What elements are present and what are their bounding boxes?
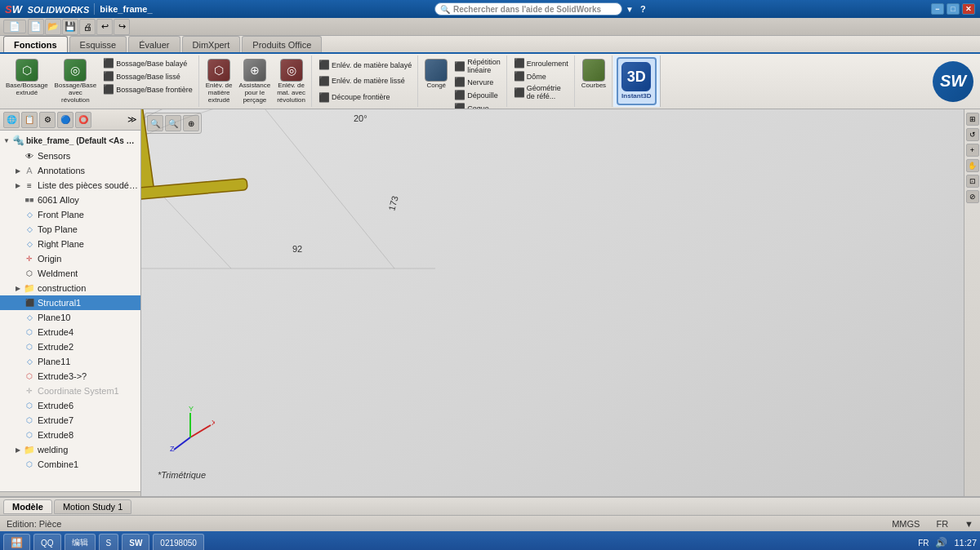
tree-item-structural[interactable]: ⬛ Structural1 bbox=[0, 295, 140, 310]
view-pan-button[interactable]: ✋ bbox=[966, 159, 979, 172]
tree-item-weldment[interactable]: ⬡ Weldment bbox=[0, 266, 140, 281]
bossage-frontiere-button[interactable]: ⬛Bossage/Base frontière bbox=[100, 83, 195, 95]
enlev-lisse-button[interactable]: ⬛Enlév. de matière lissé bbox=[316, 75, 414, 87]
enlev-balaye-button[interactable]: ⬛Enlév. de matière balayé bbox=[316, 59, 414, 71]
tree-item-alloy[interactable]: ■■ 6061 Alloy bbox=[0, 193, 140, 207]
tab-produits[interactable]: Produits Office bbox=[242, 36, 322, 52]
tree-item-extrude7[interactable]: ⬡ Extrude7 bbox=[0, 413, 140, 428]
tree-item-plane11[interactable]: ◇ Plane11 bbox=[0, 354, 140, 369]
extrude6-label: Extrude6 bbox=[38, 401, 74, 410]
tab-dimxpert[interactable]: DimXpert bbox=[182, 36, 241, 52]
tree-item-annotations[interactable]: ▶ A Annotations bbox=[0, 163, 140, 178]
tab-modele[interactable]: Modèle bbox=[3, 499, 52, 514]
taskbar-label-3: S bbox=[106, 539, 112, 548]
taskbar-item-1[interactable]: QQ bbox=[33, 534, 61, 550]
tree-item-extrude4[interactable]: ⬡ Extrude4 bbox=[0, 325, 140, 339]
repetition-button[interactable]: ⬛Répétitionlinéaire bbox=[452, 57, 503, 75]
print-button[interactable]: 🖨 bbox=[79, 19, 96, 35]
view-fit-button[interactable]: ⊡ bbox=[966, 175, 979, 188]
conge-button[interactable]: Congé bbox=[422, 57, 450, 109]
sidebar-resize-handle[interactable] bbox=[0, 491, 140, 496]
tab-esquisse[interactable]: Esquisse bbox=[69, 36, 127, 52]
taskbar-start[interactable]: 🪟 bbox=[3, 534, 30, 550]
enlev-revolution-button[interactable]: ◎ Enlév. demat. avecrévolution bbox=[274, 57, 308, 105]
new-button[interactable]: 📄 bbox=[28, 19, 44, 35]
taskbar-item-2[interactable]: 编辑 bbox=[65, 534, 96, 550]
redo-button[interactable]: ↪ bbox=[114, 19, 130, 35]
sidebar-tool-2[interactable]: 📋 bbox=[21, 112, 38, 128]
search-input[interactable]: 🔍 Rechercher dans l'aide de SolidWorks bbox=[434, 2, 622, 16]
tree-item-extrude6[interactable]: ⬡ Extrude6 bbox=[0, 398, 140, 413]
view-section-button[interactable]: ⊘ bbox=[966, 190, 979, 203]
geometrie-button[interactable]: ⬛Géométriede réfé... bbox=[511, 83, 571, 101]
sidebar-tool-4[interactable]: 🔵 bbox=[57, 112, 74, 128]
taskbar-lang: FR bbox=[918, 539, 929, 548]
ribbon-section-enlev: ⬡ Enlév. dematièreextrudé ⊕ Assistancepo… bbox=[200, 55, 312, 107]
enroulement-button[interactable]: ⬛Enroulement bbox=[511, 57, 571, 69]
instant3d-button[interactable]: 3D Instant3D bbox=[617, 57, 656, 105]
tree-item-sensors[interactable]: 👁 Sensors bbox=[0, 149, 140, 163]
construction-label: construction bbox=[38, 283, 86, 293]
tree-root[interactable]: ▼ 🔩 bike_frame_ (Default <As Welded>) bbox=[0, 132, 140, 149]
expand-icon[interactable]: ≫ bbox=[127, 114, 137, 125]
undo-button[interactable]: ↩ bbox=[96, 19, 113, 35]
tab-evaluer[interactable]: Évaluer bbox=[128, 36, 180, 52]
file-menu[interactable]: 📄 bbox=[3, 20, 26, 33]
top-plane-arrow bbox=[13, 224, 23, 234]
save-button[interactable]: 💾 bbox=[62, 19, 78, 35]
bossage-revolution-button[interactable]: ◎ Bossage/Baseavecrévolution bbox=[52, 57, 100, 105]
taskbar-item-sw[interactable]: SW bbox=[122, 534, 149, 550]
tree-item-top-plane[interactable]: ◇ Top Plane bbox=[0, 222, 140, 237]
extrude2-icon: ⬡ bbox=[23, 341, 36, 353]
tree-item-coordsys[interactable]: ✛ Coordinate System1 bbox=[0, 384, 140, 398]
nervure-button[interactable]: ⬛Nervure bbox=[452, 76, 503, 88]
dome-button[interactable]: ⬛Dôme bbox=[511, 70, 571, 82]
assistance-percage-button[interactable]: ⊕ Assistancepour leperçage bbox=[237, 57, 274, 105]
depouille-button[interactable]: ⬛Dépouille bbox=[452, 89, 503, 101]
sidebar-tool-5[interactable]: ⭕ bbox=[75, 112, 91, 128]
root-icon: 🔩 bbox=[11, 135, 24, 146]
tab-motion-study[interactable]: Motion Study 1 bbox=[54, 499, 131, 514]
maximize-button[interactable]: □ bbox=[947, 3, 960, 15]
base-bossage-extrude-button[interactable]: ⬡ Base/Bossageextrudé bbox=[3, 57, 51, 99]
units-dropdown[interactable]: ▼ bbox=[964, 519, 973, 529]
bossage-lisse-button[interactable]: ⬛Bossage/Base lissé bbox=[100, 70, 195, 82]
taskbar-icons: 🔊 bbox=[935, 537, 947, 548]
sidebar-tool-1[interactable]: 🌐 bbox=[3, 112, 20, 128]
view-rotate-button[interactable]: ↺ bbox=[966, 128, 979, 141]
taskbar-item-5[interactable]: 02198050 bbox=[153, 534, 204, 550]
help-icon[interactable]: ? bbox=[640, 4, 646, 14]
enlev-extrude-button[interactable]: ⬡ Enlév. dematièreextrudé bbox=[203, 57, 235, 105]
viewport-3d[interactable]: *Trimétrique 🔍 🔍 ⊕ bbox=[141, 109, 980, 496]
coque-button[interactable]: ⬛Coque bbox=[452, 102, 503, 109]
origin-arrow bbox=[13, 254, 23, 264]
close-button[interactable]: ✕ bbox=[962, 3, 975, 15]
tree-item-extrude3[interactable]: ⬡ Extrude3->? bbox=[0, 369, 140, 384]
open-button[interactable]: 📂 bbox=[45, 19, 61, 35]
bossage-revolution-label: Bossage/Baseavecrévolution bbox=[55, 82, 97, 104]
decoupe-frontiere-button[interactable]: ⬛Découpe frontière bbox=[316, 91, 414, 104]
view-orient-button[interactable]: ⊞ bbox=[966, 113, 979, 126]
tree-item-right-plane[interactable]: ◇ Right Plane bbox=[0, 237, 140, 251]
taskbar-item-3[interactable]: S bbox=[99, 534, 119, 550]
sw-ribbon-logo: SW bbox=[926, 55, 980, 107]
assistance-percage-label: Assistancepour leperçage bbox=[239, 82, 271, 104]
courbes-button[interactable]: Courbes bbox=[579, 57, 608, 91]
tree-item-welding[interactable]: ▶ 📁 welding bbox=[0, 442, 140, 457]
dim-92: 92 bbox=[292, 244, 302, 254]
tree-item-origin[interactable]: ✛ Origin bbox=[0, 251, 140, 266]
tab-fonctions[interactable]: Fonctions bbox=[3, 36, 68, 52]
tree-item-extrude8[interactable]: ⬡ Extrude8 bbox=[0, 428, 140, 442]
annotations-icon: A bbox=[23, 165, 36, 176]
tree-item-extrude2[interactable]: ⬡ Extrude2 bbox=[0, 339, 140, 354]
tree-item-construction[interactable]: ▶ 📁 construction bbox=[0, 281, 140, 295]
sidebar-tool-3[interactable]: ⚙ bbox=[39, 112, 56, 128]
view-zoom-button[interactable]: + bbox=[966, 144, 979, 157]
tree-item-plane10[interactable]: ◇ Plane10 bbox=[0, 310, 140, 325]
conge-small: ⬛Répétitionlinéaire ⬛Nervure ⬛Dépouille … bbox=[452, 57, 503, 109]
bossage-balaye-button[interactable]: ⬛Bossage/Base balayé bbox=[100, 57, 195, 69]
minimize-button[interactable]: − bbox=[931, 3, 944, 15]
tree-item-combine1[interactable]: ⬡ Combine1 bbox=[0, 457, 140, 472]
tree-item-liste[interactable]: ▶ ≡ Liste des pièces soudées(18) bbox=[0, 178, 140, 193]
tree-item-front-plane[interactable]: ◇ Front Plane bbox=[0, 207, 140, 222]
